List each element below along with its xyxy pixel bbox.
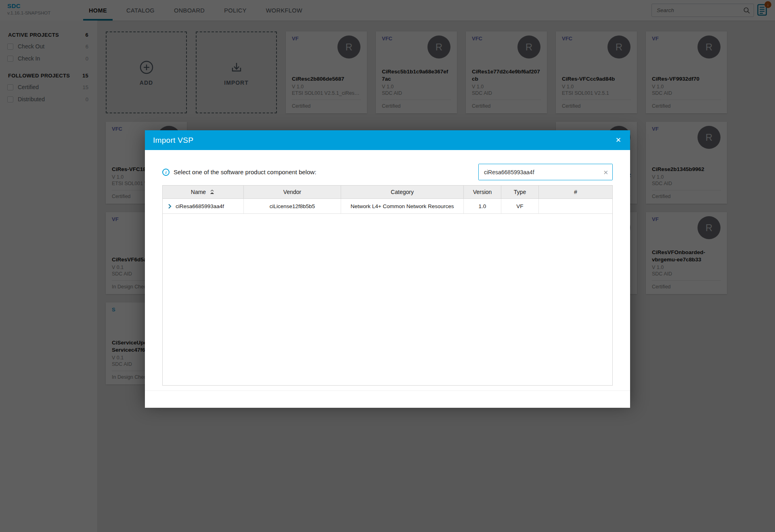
column-label: Name — [191, 189, 206, 195]
column-header-count[interactable]: # — [539, 186, 612, 198]
table-row[interactable]: ciResa6685993aa4f ciLicense12f8b5b5 Netw… — [163, 199, 612, 214]
instruction-text: Select one of the software product compo… — [174, 169, 316, 175]
column-header-category[interactable]: Category — [341, 186, 464, 198]
clear-icon[interactable]: ✕ — [603, 164, 608, 181]
column-label: Vendor — [283, 189, 301, 195]
column-header-vendor[interactable]: Vendor — [244, 186, 341, 198]
column-label: Category — [391, 189, 414, 195]
expand-chevron-icon[interactable] — [168, 204, 172, 209]
column-header-name[interactable]: Name — [163, 186, 244, 198]
modal-header: Import VSP ✕ — [145, 130, 630, 150]
column-header-version[interactable]: Version — [464, 186, 501, 198]
cell-type: VF — [501, 199, 539, 213]
cell-text: ciResa6685993aa4f — [176, 203, 224, 209]
cell-text: Network L4+ Common Network Resources — [350, 203, 454, 209]
info-icon: i — [162, 169, 170, 176]
cell-name: ciResa6685993aa4f — [163, 199, 244, 213]
vsp-table: Name Vendor Category Version Type # ciRe… — [162, 185, 613, 386]
table-empty-area — [163, 214, 612, 385]
cell-text: VF — [516, 203, 523, 209]
import-vsp-modal: Import VSP ✕ i Select one of the softwar… — [145, 130, 630, 403]
cell-count — [539, 199, 612, 213]
modal-footer — [145, 390, 630, 408]
cell-text: 1.0 — [479, 203, 486, 209]
modal-title: Import VSP — [145, 136, 193, 145]
instruction-row: i Select one of the software product com… — [162, 164, 613, 180]
cell-version: 1.0 — [464, 199, 501, 213]
vsp-search-input[interactable] — [479, 164, 612, 180]
cell-text: ciLicense12f8b5b5 — [270, 203, 315, 209]
vsp-search-box: ✕ — [478, 164, 613, 180]
column-label: Type — [514, 189, 526, 195]
close-icon[interactable]: ✕ — [616, 130, 621, 150]
cell-category: Network L4+ Common Network Resources — [341, 199, 464, 213]
sort-ascending-icon — [209, 190, 215, 196]
column-label: # — [574, 189, 577, 195]
column-label: Version — [473, 189, 492, 195]
table-header: Name Vendor Category Version Type # — [163, 186, 612, 199]
column-header-type[interactable]: Type — [501, 186, 539, 198]
modal-body: i Select one of the software product com… — [145, 150, 630, 386]
cell-vendor: ciLicense12f8b5b5 — [244, 199, 341, 213]
